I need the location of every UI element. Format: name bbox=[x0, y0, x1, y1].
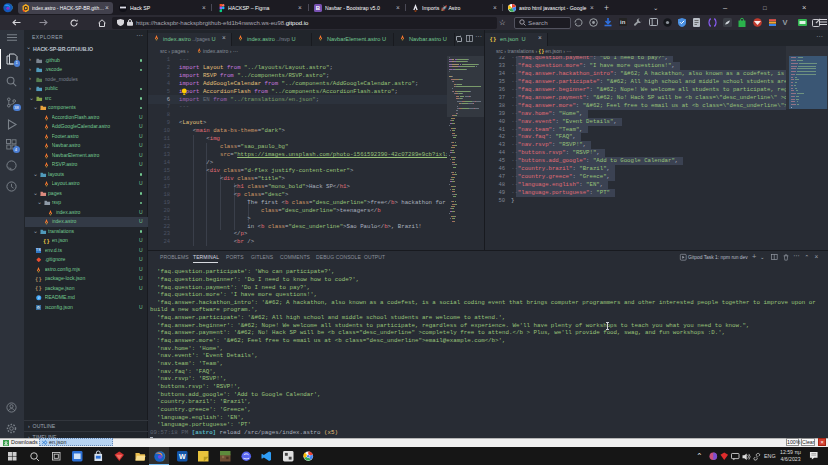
svg-text:W: W bbox=[179, 453, 186, 461]
svg-text:i: i bbox=[38, 296, 39, 300]
svg-text:B: B bbox=[316, 5, 321, 11]
